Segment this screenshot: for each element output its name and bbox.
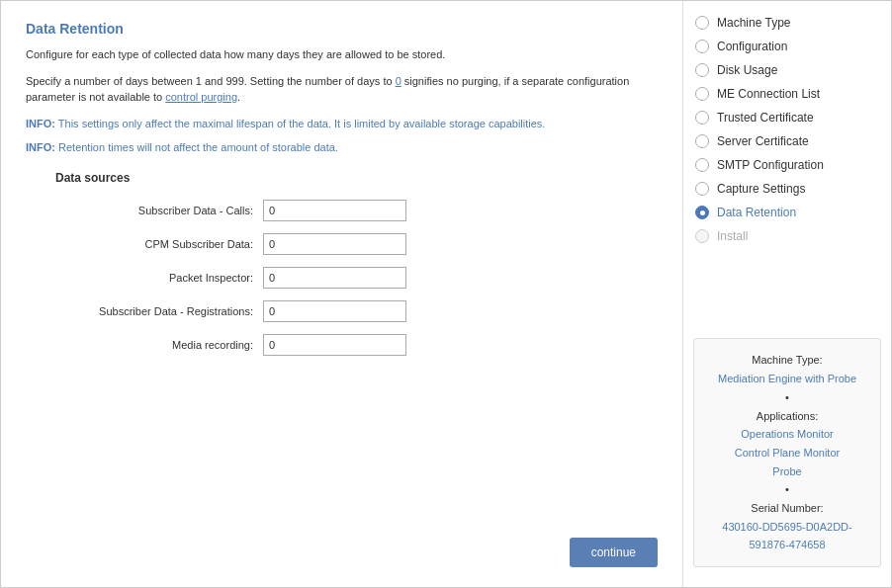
sidebar: Machine Type Configuration Disk Usage ME… — [683, 1, 891, 587]
radio-configuration — [695, 40, 709, 53]
sidebar-item-install[interactable]: Install — [683, 224, 891, 248]
label-packet-inspector: Packet Inspector: — [55, 272, 263, 284]
serial-label: Serial Number: — [751, 502, 823, 514]
info1: INFO: This settings only affect the maxi… — [26, 116, 658, 132]
nav-label-server-certificate: Server Certificate — [717, 134, 809, 148]
sidebar-item-me-connection-list[interactable]: ME Connection List — [683, 82, 891, 106]
sidebar-item-trusted-certificate[interactable]: Trusted Certificate — [683, 106, 891, 129]
radio-server-certificate — [695, 134, 709, 148]
info1-text: This settings only affect the maximal li… — [58, 118, 546, 129]
radio-capture-settings — [695, 182, 709, 196]
app3: Probe — [772, 465, 801, 477]
nav-label-install: Install — [717, 229, 748, 243]
info1-label: INFO: — [26, 118, 55, 129]
applications-section: Applications: Operations Monitor Control… — [706, 407, 868, 481]
form-row-2: Packet Inspector: — [55, 267, 658, 289]
machine-type-label: Machine Type: Mediation Engine with Prob… — [706, 351, 868, 387]
sidebar-item-disk-usage[interactable]: Disk Usage — [683, 58, 891, 82]
sidebar-item-server-certificate[interactable]: Server Certificate — [683, 129, 891, 153]
label-cpm-subscriber: CPM Subscriber Data: — [55, 238, 263, 250]
sidebar-item-smtp-configuration[interactable]: SMTP Configuration — [683, 153, 891, 177]
nav-label-configuration: Configuration — [717, 40, 787, 53]
info2: INFO: Retention times will not affect th… — [26, 139, 658, 156]
input-subscriber-calls[interactable] — [263, 200, 406, 221]
dot1: • — [706, 388, 868, 407]
continue-btn-area: continue — [570, 538, 658, 567]
serial-section: Serial Number: 430160-DD5695-D0A2DD-5918… — [706, 499, 868, 554]
label-subscriber-calls: Subscriber Data - Calls: — [55, 205, 263, 216]
nav-label-machine-type: Machine Type — [717, 16, 791, 30]
input-packet-inspector[interactable] — [263, 267, 406, 289]
form-row-3: Subscriber Data - Registrations: — [55, 300, 658, 322]
sidebar-item-capture-settings[interactable]: Capture Settings — [683, 177, 891, 201]
radio-smtp-configuration — [695, 158, 709, 172]
info2-text: Retention times will not affect the amou… — [58, 141, 338, 153]
radio-install — [695, 229, 709, 243]
radio-disk-usage — [695, 63, 709, 77]
nav-section: Machine Type Configuration Disk Usage ME… — [683, 11, 891, 328]
form-row-1: CPM Subscriber Data: — [55, 233, 658, 255]
info-box: Machine Type: Mediation Engine with Prob… — [693, 338, 881, 567]
form-row-4: Media recording: — [55, 334, 658, 356]
nav-label-data-retention: Data Retention — [717, 206, 796, 219]
description2: Specify a number of days between 1 and 9… — [26, 73, 658, 106]
radio-trusted-certificate — [695, 111, 709, 125]
continue-button[interactable]: continue — [570, 538, 658, 567]
input-subscriber-registrations[interactable] — [263, 300, 406, 322]
sidebar-item-data-retention[interactable]: Data Retention — [683, 201, 891, 224]
form-row-0: Subscriber Data - Calls: — [55, 200, 658, 221]
nav-label-me-connection-list: ME Connection List — [717, 87, 820, 101]
radio-data-retention — [695, 206, 709, 219]
input-media-recording[interactable] — [263, 334, 406, 356]
info2-label: INFO: — [26, 141, 55, 153]
label-media-recording: Media recording: — [55, 339, 263, 351]
zero-link[interactable]: 0 — [396, 75, 401, 87]
dot2: • — [706, 480, 868, 499]
label-subscriber-registrations: Subscriber Data - Registrations: — [55, 305, 263, 317]
sidebar-item-machine-type[interactable]: Machine Type — [683, 11, 891, 35]
app1: Operations Monitor — [741, 428, 834, 440]
nav-label-smtp-configuration: SMTP Configuration — [717, 158, 824, 172]
applications-label: Applications: — [757, 410, 818, 422]
machine-type-key: Machine Type: — [752, 354, 822, 366]
data-sources-section: Data sources Subscriber Data - Calls: CP… — [55, 171, 658, 356]
nav-label-capture-settings: Capture Settings — [717, 182, 805, 196]
section-title: Data Retention — [26, 21, 658, 37]
machine-type-value: Mediation Engine with Probe — [718, 373, 856, 384]
serial-value: 430160-DD5695-D0A2DD-591876-474658 — [722, 521, 851, 551]
radio-machine-type — [695, 16, 709, 30]
radio-me-connection-list — [695, 87, 709, 101]
content-area: Data Retention Configure for each type o… — [1, 1, 683, 587]
input-cpm-subscriber[interactable] — [263, 233, 406, 255]
nav-label-disk-usage: Disk Usage — [717, 63, 777, 77]
control-purging-link[interactable]: control purging — [165, 91, 237, 103]
nav-label-trusted-certificate: Trusted Certificate — [717, 111, 814, 125]
app2: Control Plane Monitor — [735, 447, 840, 459]
data-sources-title: Data sources — [55, 171, 658, 185]
sidebar-item-configuration[interactable]: Configuration — [683, 35, 891, 58]
description1: Configure for each type of collected dat… — [26, 46, 658, 63]
